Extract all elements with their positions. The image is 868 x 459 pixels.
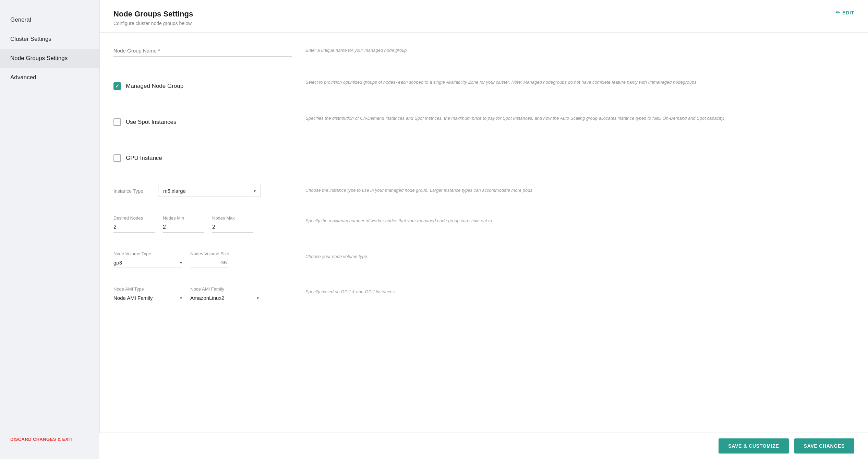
nodes-min-input[interactable]: [163, 222, 204, 233]
sidebar-item-general[interactable]: General: [0, 10, 99, 30]
instance-type-value: m5.xlarge: [163, 188, 186, 194]
form-right-managed: Select to provision optimized groups of …: [305, 77, 854, 95]
nodes-max-hint: Specify the maximum number of worker nod…: [305, 217, 854, 224]
node-ami-family-value: AmazonLinux2: [190, 295, 224, 301]
volume-row: Node Volume Type gp3 ▾ Nodes Volume Size…: [113, 251, 292, 268]
spot-checkbox-row: Use Spot Instances: [113, 113, 292, 131]
sidebar-item-cluster-settings[interactable]: Cluster Settings: [0, 30, 99, 49]
node-group-name-field: [113, 45, 292, 57]
use-spot-instances-checkbox[interactable]: [113, 118, 121, 126]
form-left-volume: Node Volume Type gp3 ▾ Nodes Volume Size…: [113, 251, 292, 276]
nodes-max-input[interactable]: [212, 222, 253, 233]
node-ami-family-select[interactable]: AmazonLinux2 ▾: [190, 293, 259, 303]
managed-node-group-hint: Select to provision optimized groups of …: [305, 79, 854, 86]
ami-form-row: Node AMI Type Node AMI Family ▾ Node AMI…: [113, 286, 854, 311]
managed-checkbox-row: Managed Node Group: [113, 77, 292, 95]
instance-type-row: Instance Type m5.xlarge ▾: [113, 185, 292, 197]
ami-family-hint: Specify based on GPU & non-GPU instances: [305, 289, 854, 295]
sidebar-item-node-groups-settings[interactable]: Node Groups Settings: [0, 49, 99, 68]
separator-4: [113, 178, 854, 178]
save-changes-button[interactable]: SAVE CHANGES: [794, 438, 854, 454]
volume-type-hint: Choose your node volume type: [305, 253, 854, 260]
volume-type-chevron-icon: ▾: [180, 260, 182, 265]
form-right-instance: Choose the instance type to use in your …: [305, 185, 854, 205]
nodes-max-label: Nodes Max: [212, 215, 253, 221]
node-ami-type-label: Node AMI Type: [113, 286, 182, 292]
node-group-name-hint: Enter a unique name for your managed nod…: [305, 47, 854, 54]
gpu-instance-row: GPU Instance: [113, 149, 854, 167]
volume-size-inner: GB: [190, 258, 229, 268]
use-spot-instances-label: Use Spot Instances: [126, 119, 176, 126]
nodes-max-field: Nodes Max: [212, 215, 253, 233]
node-volume-type-select[interactable]: gp3 ▾: [113, 258, 182, 268]
form-left-managed: Managed Node Group: [113, 77, 292, 95]
nodes-min-field: Nodes Min: [163, 215, 204, 233]
page-subtitle: Configure cluster node groups below: [113, 21, 193, 26]
instance-type-form-row: Instance Type m5.xlarge ▾ Choose the ins…: [113, 185, 854, 205]
instance-type-label: Instance Type: [113, 188, 151, 194]
node-volume-type-label: Node Volume Type: [113, 251, 182, 256]
form-left-ami: Node AMI Type Node AMI Family ▾ Node AMI…: [113, 286, 292, 311]
sidebar: General Cluster Settings Node Groups Set…: [0, 0, 99, 459]
discard-changes-button[interactable]: DISCARD CHANGES & EXIT: [10, 437, 73, 442]
spot-instances-row: Use Spot Instances Specifies the distrib…: [113, 113, 854, 131]
node-ami-type-value: Node AMI Family: [113, 295, 153, 301]
instance-type-hint: Choose the instance type to use in your …: [305, 187, 854, 194]
node-group-name-input[interactable]: [113, 45, 292, 57]
form-right-nodes: Specify the maximum number of worker nod…: [305, 215, 854, 241]
nodes-min-label: Nodes Min: [163, 215, 204, 221]
node-ami-family-label: Node AMI Family: [190, 286, 259, 292]
gpu-instance-label: GPU Instance: [126, 155, 162, 162]
form-right-spot: Specifies the distribution of On-Demand …: [305, 113, 854, 131]
separator-1: [113, 70, 854, 70]
form-right-volume: Choose your node volume type: [305, 251, 854, 276]
edit-icon: ✏: [836, 10, 841, 16]
node-volume-type-field: Node Volume Type gp3 ▾: [113, 251, 182, 268]
form-left-name: [113, 45, 292, 59]
ami-type-chevron-icon: ▾: [180, 296, 182, 301]
managed-node-group-row: Managed Node Group Select to provision o…: [113, 77, 854, 95]
form-right-gpu: [305, 149, 854, 167]
ami-family-chevron-icon: ▾: [257, 296, 259, 301]
nodes-volume-size-input[interactable]: [190, 260, 218, 266]
header-left: Node Groups Settings Configure cluster n…: [113, 10, 193, 26]
spot-instances-hint: Specifies the distribution of On-Demand …: [305, 115, 854, 122]
main-panel: Node Groups Settings Configure cluster n…: [99, 0, 868, 459]
page-title: Node Groups Settings: [113, 10, 193, 19]
nodes-form-row: Desired Nodes Nodes Min Nodes Max Specif…: [113, 215, 854, 241]
ami-row: Node AMI Type Node AMI Family ▾ Node AMI…: [113, 286, 292, 303]
managed-node-group-checkbox[interactable]: [113, 82, 121, 90]
desired-nodes-label: Desired Nodes: [113, 215, 155, 221]
gpu-instance-checkbox[interactable]: [113, 154, 121, 162]
instance-type-select[interactable]: m5.xlarge ▾: [158, 185, 261, 197]
separator-2: [113, 106, 854, 106]
sidebar-item-advanced[interactable]: Advanced: [0, 68, 99, 87]
volume-form-row: Node Volume Type gp3 ▾ Nodes Volume Size…: [113, 251, 854, 276]
managed-node-group-label: Managed Node Group: [126, 83, 183, 90]
nodes-volume-size-field: Nodes Volume Size GB: [190, 251, 229, 268]
sidebar-nav: General Cluster Settings Node Groups Set…: [0, 10, 99, 87]
edit-button[interactable]: ✏ EDIT: [836, 10, 854, 16]
node-ami-type-select[interactable]: Node AMI Family ▾: [113, 293, 182, 303]
save-customize-button[interactable]: SAVE & CUSTOMIZE: [719, 438, 788, 454]
form-left-spot: Use Spot Instances: [113, 113, 292, 131]
form-right-ami: Specify based on GPU & non-GPU instances: [305, 286, 854, 311]
instance-type-chevron-icon: ▾: [254, 189, 256, 193]
main-footer: SAVE & CUSTOMIZE SAVE CHANGES: [99, 433, 868, 459]
form-right-name: Enter a unique name for your managed nod…: [305, 45, 854, 59]
volume-size-unit: GB: [220, 260, 227, 265]
desired-nodes-field: Desired Nodes: [113, 215, 155, 233]
sidebar-footer: DISCARD CHANGES & EXIT: [0, 429, 99, 449]
form-left-gpu: GPU Instance: [113, 149, 292, 167]
nodes-volume-size-label: Nodes Volume Size: [190, 251, 229, 256]
main-content: Enter a unique name for your managed nod…: [100, 33, 868, 459]
nodes-row: Desired Nodes Nodes Min Nodes Max: [113, 215, 292, 233]
node-ami-type-field: Node AMI Type Node AMI Family ▾: [113, 286, 182, 303]
node-group-name-row: Enter a unique name for your managed nod…: [113, 45, 854, 59]
main-header: Node Groups Settings Configure cluster n…: [100, 0, 868, 33]
separator-3: [113, 142, 854, 142]
node-ami-family-field: Node AMI Family AmazonLinux2 ▾: [190, 286, 259, 303]
gpu-checkbox-row: GPU Instance: [113, 149, 292, 167]
form-left-instance: Instance Type m5.xlarge ▾: [113, 185, 292, 205]
desired-nodes-input[interactable]: [113, 222, 155, 233]
